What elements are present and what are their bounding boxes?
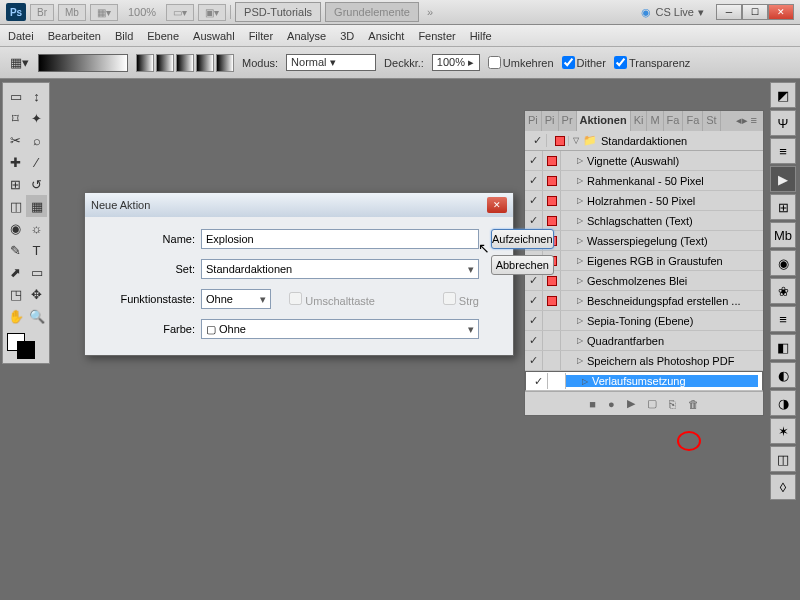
history-brush-tool[interactable]: ↺ bbox=[26, 173, 47, 195]
menu-ebene[interactable]: Ebene bbox=[147, 30, 179, 42]
blur-tool[interactable]: ◉ bbox=[5, 217, 26, 239]
gradient-tool-icon[interactable]: ▦▾ bbox=[8, 52, 30, 74]
camera-tool[interactable]: ✥ bbox=[26, 283, 47, 305]
gradient-preview[interactable] bbox=[38, 54, 128, 72]
panel-icon[interactable]: ◩ bbox=[770, 82, 796, 108]
color-select[interactable]: ▢ Ohne bbox=[201, 319, 479, 339]
zoom-value[interactable]: 100% bbox=[122, 6, 162, 18]
panel-icon[interactable]: ✶ bbox=[770, 418, 796, 444]
gradient-types[interactable] bbox=[136, 54, 234, 72]
panel-icon[interactable]: ◑ bbox=[770, 390, 796, 416]
dialog-toggle-icon[interactable] bbox=[555, 136, 565, 146]
minimize-button[interactable]: ─ bbox=[716, 4, 742, 20]
panel-icon[interactable]: ◊ bbox=[770, 474, 796, 500]
action-item[interactable]: ✓▷Geschmolzenes Blei bbox=[525, 271, 763, 291]
stamp-tool[interactable]: ⊞ bbox=[5, 173, 26, 195]
hand-tool[interactable]: ✋ bbox=[5, 305, 26, 327]
menu-bearbeiten[interactable]: Bearbeiten bbox=[48, 30, 101, 42]
screenmode-icon[interactable]: ▣▾ bbox=[198, 4, 226, 21]
menu-3d[interactable]: 3D bbox=[340, 30, 354, 42]
action-set-row[interactable]: ✓ ▽📁 Standardaktionen bbox=[525, 131, 763, 151]
set-select[interactable]: Standardaktionen bbox=[201, 259, 479, 279]
panel-tab[interactable]: Fa bbox=[683, 111, 703, 131]
chevrons-icon[interactable]: » bbox=[423, 6, 437, 18]
panel-play-icon[interactable]: ▶ bbox=[770, 166, 796, 192]
action-item[interactable]: ✓▷Verlaufsumsetzung bbox=[525, 371, 763, 391]
menu-datei[interactable]: Datei bbox=[8, 30, 34, 42]
name-input[interactable] bbox=[201, 229, 479, 249]
heal-tool[interactable]: ✚ bbox=[5, 151, 26, 173]
menu-ansicht[interactable]: Ansicht bbox=[368, 30, 404, 42]
panel-icon[interactable]: Mb bbox=[770, 222, 796, 248]
panel-icon[interactable]: ❀ bbox=[770, 278, 796, 304]
panel-icon[interactable]: Ψ bbox=[770, 110, 796, 136]
action-item[interactable]: ✓▷Schlagschatten (Text) bbox=[525, 211, 763, 231]
panel-tab[interactable]: Fa bbox=[664, 111, 684, 131]
panel-icon[interactable]: ◧ bbox=[770, 334, 796, 360]
panel-tab[interactable]: Pr bbox=[559, 111, 577, 131]
record-icon[interactable]: ● bbox=[608, 398, 615, 410]
bridge-icon[interactable]: Br bbox=[30, 4, 54, 21]
panel-tab[interactable]: Ki bbox=[631, 111, 648, 131]
workspace-tab[interactable]: Grundelemente bbox=[325, 2, 419, 22]
workspace-tab[interactable]: PSD-Tutorials bbox=[235, 2, 321, 22]
action-item[interactable]: ✓▷Eigenes RGB in Graustufen bbox=[525, 251, 763, 271]
3d-tool[interactable]: ◳ bbox=[5, 283, 26, 305]
trash-icon[interactable]: 🗑 bbox=[688, 398, 699, 410]
minibridge-icon[interactable]: Mb bbox=[58, 4, 86, 21]
color-swatches[interactable] bbox=[5, 331, 47, 361]
new-action-icon[interactable]: ⎘ bbox=[669, 398, 676, 410]
panel-icon[interactable]: ◉ bbox=[770, 250, 796, 276]
panel-tab[interactable]: St bbox=[703, 111, 720, 131]
pen-tool[interactable]: ✎ bbox=[5, 239, 26, 261]
action-item[interactable]: ✓▷Vignette (Auswahl) bbox=[525, 151, 763, 171]
path-tool[interactable]: ⬈ bbox=[5, 261, 26, 283]
modus-select[interactable]: Normal ▾ bbox=[286, 54, 376, 71]
action-item[interactable]: ✓▷Quadrantfarben bbox=[525, 331, 763, 351]
fkey-select[interactable]: Ohne bbox=[201, 289, 271, 309]
panel-tab[interactable]: Pi bbox=[542, 111, 559, 131]
action-item[interactable]: ✓▷Rahmenkanal - 50 Pixel bbox=[525, 171, 763, 191]
cancel-button[interactable]: Abbrechen bbox=[491, 255, 554, 275]
lasso-tool[interactable]: ⌑ bbox=[5, 107, 26, 129]
eraser-tool[interactable]: ◫ bbox=[5, 195, 26, 217]
action-item[interactable]: ✓▷Sepia-Toning (Ebene) bbox=[525, 311, 763, 331]
record-button[interactable]: Aufzeichnen bbox=[491, 229, 554, 249]
close-button[interactable]: ✕ bbox=[768, 4, 794, 20]
wand-tool[interactable]: ✦ bbox=[26, 107, 47, 129]
panel-tab[interactable]: M bbox=[647, 111, 663, 131]
stop-icon[interactable]: ■ bbox=[589, 398, 596, 410]
crop-tool[interactable]: ✂ bbox=[5, 129, 26, 151]
extras-icon[interactable]: ▭▾ bbox=[166, 4, 194, 21]
new-set-icon[interactable]: ▢ bbox=[647, 397, 657, 410]
umkehren-checkbox[interactable]: Umkehren bbox=[488, 56, 554, 69]
dither-checkbox[interactable]: Dither bbox=[562, 56, 606, 69]
play-icon[interactable]: ▶ bbox=[627, 397, 635, 410]
action-item[interactable]: ✓▷Beschneidungspfad erstellen ... bbox=[525, 291, 763, 311]
dialog-close-button[interactable]: ✕ bbox=[487, 197, 507, 213]
move-tool[interactable]: ▭ bbox=[5, 85, 26, 107]
zoom-tool[interactable]: 🔍 bbox=[26, 305, 47, 327]
maximize-button[interactable]: ☐ bbox=[742, 4, 768, 20]
panel-icon[interactable]: ◐ bbox=[770, 362, 796, 388]
panel-icon[interactable]: ≡ bbox=[770, 306, 796, 332]
marquee-tool[interactable]: ↕ bbox=[26, 85, 47, 107]
transparenz-checkbox[interactable]: Transparenz bbox=[614, 56, 690, 69]
menu-analyse[interactable]: Analyse bbox=[287, 30, 326, 42]
arrange-icon[interactable]: ▦▾ bbox=[90, 4, 118, 21]
panel-icon[interactable]: ≡ bbox=[770, 138, 796, 164]
deck-value[interactable]: 100% ▸ bbox=[432, 54, 480, 71]
dodge-tool[interactable]: ☼ bbox=[26, 217, 47, 239]
menu-filter[interactable]: Filter bbox=[249, 30, 273, 42]
menu-auswahl[interactable]: Auswahl bbox=[193, 30, 235, 42]
panel-tab-aktionen[interactable]: Aktionen bbox=[577, 111, 631, 131]
panel-icon[interactable]: ⊞ bbox=[770, 194, 796, 220]
type-tool[interactable]: T bbox=[26, 239, 47, 261]
action-item[interactable]: ✓▷Holzrahmen - 50 Pixel bbox=[525, 191, 763, 211]
cslive-button[interactable]: ◉CS Live▾ bbox=[641, 6, 704, 19]
action-item[interactable]: ✓▷Speichern als Photoshop PDF bbox=[525, 351, 763, 371]
panel-icon[interactable]: ◫ bbox=[770, 446, 796, 472]
panel-menu-icon[interactable]: ◂▸ ≡ bbox=[730, 111, 763, 131]
menu-fenster[interactable]: Fenster bbox=[418, 30, 455, 42]
panel-tab[interactable]: Pi bbox=[525, 111, 542, 131]
